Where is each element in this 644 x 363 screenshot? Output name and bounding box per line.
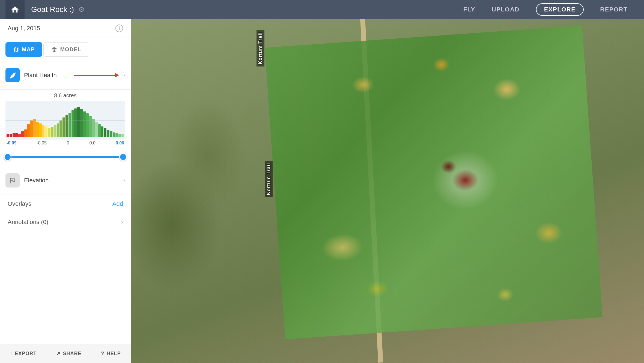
view-tabs: MAP MODEL [0,38,131,61]
top-navigation: Goat Rock :) ⚙ FLY UPLOAD EXPLORE REPORT [0,0,644,19]
trail-label-bottom-text: Kortum Trail [266,163,271,195]
plant-health-label: Plant Health [24,72,69,79]
nav-report[interactable]: REPORT [600,6,628,13]
annotations-expand-icon[interactable]: › [121,219,123,226]
histogram-section: 8.6 acres -0.09 -0.05 0 0.0 0.06 [0,90,131,151]
tab-model[interactable]: MODEL [43,42,89,57]
slider-section [0,151,131,166]
nav-upload[interactable]: UPLOAD [492,6,520,13]
axis-center: 0 [67,141,69,146]
red-arrow [74,73,119,77]
slider-thumb-left[interactable] [4,153,11,161]
nav-links: FLY UPLOAD EXPLORE REPORT [463,3,639,16]
export-action[interactable]: ↑ EXPORT [10,351,37,356]
nav-explore[interactable]: EXPLORE [536,3,584,16]
hgrid-2 [5,120,125,121]
hgrid-3 [5,130,125,130]
home-icon [11,5,19,14]
home-button[interactable] [5,0,25,19]
elevation-label: Elevation [24,177,119,184]
help-action[interactable]: ? HELP [101,351,121,356]
overlays-section: Overlays Add [0,195,131,213]
tab-model-label: MODEL [60,46,81,53]
slider-thumb-right[interactable] [119,153,127,161]
nav-fly[interactable]: FLY [463,6,475,13]
project-name: Goat Rock :) [31,5,74,14]
annotations-label: Annotations (0) [8,219,48,226]
main-content: Aug 1, 2015 i MAP MODEL [0,19,644,363]
trail-label-bottom: Kortum Trail [265,161,273,197]
elevation-icon-box [5,173,20,187]
hgrid-1 [5,111,125,111]
axis-right: 0.0 [90,141,96,146]
trail-label-top: Kortum Trail [257,30,264,66]
elevation-expand-icon[interactable]: › [123,177,125,184]
range-slider-fill [5,156,125,158]
share-label: SHARE [63,351,81,356]
mountain-icon [9,177,16,184]
share-action[interactable]: ↗ SHARE [56,351,81,357]
date-bar: Aug 1, 2015 i [0,19,131,38]
settings-icon[interactable]: ⚙ [78,5,85,14]
axis-left: -0.05 [37,141,46,146]
red-arrow-line [74,75,115,76]
plant-health-icon-box [5,68,20,82]
export-icon: ↑ [10,351,13,356]
map-tab-icon [13,47,19,53]
share-icon: ↗ [56,351,61,357]
axis-min: -0.09 [7,141,16,146]
elevation-section: Elevation › [0,166,131,195]
axis-labels: -0.09 -0.05 0 0.0 0.06 [5,140,125,146]
annotations-section: Annotations (0) › [0,213,131,231]
range-slider[interactable] [5,156,125,158]
trail-label-top-text: Kortum Trail [258,32,263,64]
plant-health-expand-icon[interactable]: › [123,72,125,79]
help-label: HELP [107,351,121,356]
date-label: Aug 1, 2015 [8,25,40,32]
map-area[interactable]: Kortum Trail Kortum Trail [131,19,644,363]
bottom-bar: ↑ EXPORT ↗ SHARE ? HELP [0,344,131,363]
histogram-container [5,101,125,140]
model-tab-icon [51,47,57,53]
project-title-area: Goat Rock :) ⚙ [25,5,463,14]
plant-health-row[interactable]: Plant Health › [5,64,125,87]
ndvi-overlay [265,26,603,339]
overlays-label: Overlays [8,200,31,207]
red-arrow-head [115,73,119,77]
axis-max: 0.06 [116,141,124,146]
info-icon[interactable]: i [115,25,123,32]
tab-map[interactable]: MAP [5,42,42,57]
elevation-row[interactable]: Elevation › [5,169,125,192]
acres-label: 8.6 acres [5,92,125,99]
help-icon: ? [101,351,105,356]
leaf-icon [9,71,16,79]
tab-map-label: MAP [22,46,35,53]
plant-health-section: Plant Health › [0,61,131,90]
sidebar: Aug 1, 2015 i MAP MODEL [0,19,131,363]
add-overlay-link[interactable]: Add [112,200,123,207]
export-label: EXPORT [15,351,37,356]
